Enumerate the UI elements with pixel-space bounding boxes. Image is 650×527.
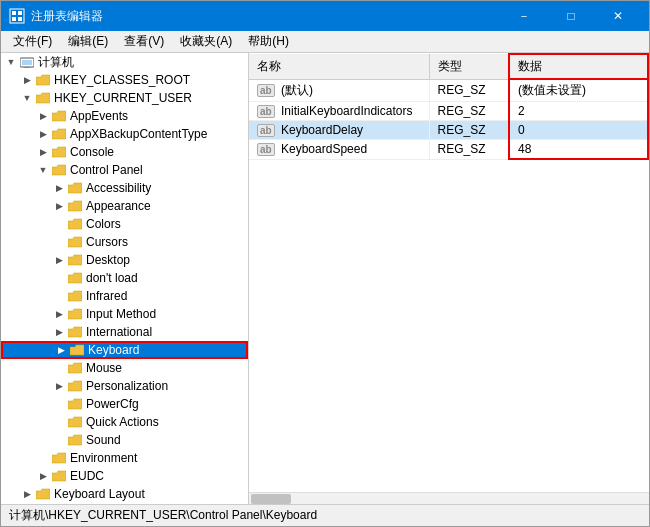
label-cursors: Cursors	[86, 233, 128, 251]
folder-international	[67, 325, 83, 339]
folder-control-panel	[51, 163, 67, 177]
row-data-kspeed: 48	[509, 140, 648, 160]
expand-international[interactable]: ▶	[51, 324, 67, 340]
svg-rect-6	[22, 60, 32, 65]
tree-item-accessibility[interactable]: ▶ Accessibility	[1, 179, 248, 197]
label-keyboard: Keyboard	[88, 341, 139, 359]
expand-desktop[interactable]: ▶	[51, 252, 67, 268]
expand-appearance[interactable]: ▶	[51, 198, 67, 214]
tree-item-keyboard[interactable]: ▶ Keyboard	[1, 341, 248, 359]
no-expand-dont-load	[51, 270, 67, 286]
expand-appevents[interactable]: ▶	[35, 108, 51, 124]
tree-item-control-panel[interactable]: ▼ Control Panel	[1, 161, 248, 179]
menu-item[interactable]: 收藏夹(A)	[172, 31, 240, 52]
main-content: ▼ 计算机 ▶ HKEY_CLASSES_ROOT ▼ H	[1, 53, 649, 504]
tree-item-personalization[interactable]: ▶ Personalization	[1, 377, 248, 395]
reg-ab-icon: ab	[257, 84, 275, 97]
no-expand-powercfg	[51, 396, 67, 412]
expand-appxbackup[interactable]: ▶	[35, 126, 51, 142]
expand-hkey-current-user[interactable]: ▼	[19, 90, 35, 106]
tree-item-hkey-classes-root[interactable]: ▶ HKEY_CLASSES_ROOT	[1, 71, 248, 89]
menu-item[interactable]: 文件(F)	[5, 31, 60, 52]
reg-ab-icon-4: ab	[257, 143, 275, 156]
tree-item-eudc[interactable]: ▶ EUDC	[1, 467, 248, 485]
svg-rect-2	[18, 11, 22, 15]
tree-item-quick-actions[interactable]: Quick Actions	[1, 413, 248, 431]
folder-appxbackup	[51, 127, 67, 141]
tree-pane[interactable]: ▼ 计算机 ▶ HKEY_CLASSES_ROOT ▼ H	[1, 53, 249, 504]
label-eudc: EUDC	[70, 467, 104, 485]
tree-item-dont-load[interactable]: don't load	[1, 269, 248, 287]
status-path: 计算机\HKEY_CURRENT_USER\Control Panel\Keyb…	[9, 507, 317, 524]
table-row[interactable]: ab KeyboardDelay REG_SZ 0	[249, 121, 648, 140]
tree-item-appearance[interactable]: ▶ Appearance	[1, 197, 248, 215]
row-type-kdelay: REG_SZ	[429, 121, 509, 140]
row-data-iki: 2	[509, 102, 648, 121]
tree-item-computer[interactable]: ▼ 计算机	[1, 53, 248, 71]
tree-item-console[interactable]: ▶ Console	[1, 143, 248, 161]
no-expand-cursors	[51, 234, 67, 250]
right-pane: 名称 类型 数据 ab (默认) REG_SZ	[249, 53, 649, 504]
menu-item[interactable]: 查看(V)	[116, 31, 172, 52]
tree-item-hkey-current-user[interactable]: ▼ HKEY_CURRENT_USER	[1, 89, 248, 107]
registry-table: 名称 类型 数据 ab (默认) REG_SZ	[249, 53, 649, 160]
label-powercfg: PowerCfg	[86, 395, 139, 413]
label-mouse: Mouse	[86, 359, 122, 377]
tree-item-sound[interactable]: Sound	[1, 431, 248, 449]
folder-hkey-current-user	[35, 91, 51, 105]
table-row[interactable]: ab InitialKeyboardIndicators REG_SZ 2	[249, 102, 648, 121]
close-button[interactable]: ✕	[595, 1, 641, 31]
scrollbar-thumb[interactable]	[251, 494, 291, 504]
folder-cursors	[67, 235, 83, 249]
tree-item-appxbackupcontenttype[interactable]: ▶ AppXBackupContentType	[1, 125, 248, 143]
registry-table-container[interactable]: 名称 类型 数据 ab (默认) REG_SZ	[249, 53, 649, 492]
no-expand-mouse	[51, 360, 67, 376]
expand-hkey-classes-root[interactable]: ▶	[19, 72, 35, 88]
row-data-kdelay: 0	[509, 121, 648, 140]
tree-item-international[interactable]: ▶ International	[1, 323, 248, 341]
row-name-default: ab (默认)	[249, 79, 429, 102]
folder-eudc	[51, 469, 67, 483]
expand-control-panel[interactable]: ▼	[35, 162, 51, 178]
folder-appevents	[51, 109, 67, 123]
tree-item-input-method[interactable]: ▶ Input Method	[1, 305, 248, 323]
folder-input-method	[67, 307, 83, 321]
tree-item-keyboard-layout[interactable]: ▶ Keyboard Layout	[1, 485, 248, 503]
svg-rect-3	[12, 17, 16, 21]
expand-input-method[interactable]: ▶	[51, 306, 67, 322]
tree-item-infrared[interactable]: Infrared	[1, 287, 248, 305]
menu-item[interactable]: 帮助(H)	[240, 31, 297, 52]
svg-rect-4	[18, 17, 22, 21]
row-type-iki: REG_SZ	[429, 102, 509, 121]
expand-personalization[interactable]: ▶	[51, 378, 67, 394]
tree-item-desktop[interactable]: ▶ Desktop	[1, 251, 248, 269]
tree-item-appevents[interactable]: ▶ AppEvents	[1, 107, 248, 125]
minimize-button[interactable]: －	[501, 1, 547, 31]
expand-accessibility[interactable]: ▶	[51, 180, 67, 196]
label-personalization: Personalization	[86, 377, 168, 395]
svg-rect-7	[24, 67, 30, 68]
maximize-button[interactable]: □	[548, 1, 594, 31]
label-desktop: Desktop	[86, 251, 130, 269]
folder-sound	[67, 433, 83, 447]
table-row[interactable]: ab KeyboardSpeed REG_SZ 48	[249, 140, 648, 160]
expand-keyboard[interactable]: ▶	[53, 342, 69, 358]
table-row[interactable]: ab (默认) REG_SZ (数值未设置)	[249, 79, 648, 102]
menu-item[interactable]: 编辑(E)	[60, 31, 116, 52]
tree-item-powercfg[interactable]: PowerCfg	[1, 395, 248, 413]
folder-colors	[67, 217, 83, 231]
label-infrared: Infrared	[86, 287, 127, 305]
row-type-kspeed: REG_SZ	[429, 140, 509, 160]
expand-computer[interactable]: ▼	[3, 54, 19, 70]
label-quick-actions: Quick Actions	[86, 413, 159, 431]
tree-item-colors[interactable]: Colors	[1, 215, 248, 233]
expand-keyboard-layout[interactable]: ▶	[19, 486, 35, 502]
expand-console[interactable]: ▶	[35, 144, 51, 160]
computer-label: 计算机	[38, 53, 74, 71]
row-data-default: (数值未设置)	[509, 79, 648, 102]
expand-eudc[interactable]: ▶	[35, 468, 51, 484]
tree-item-cursors[interactable]: Cursors	[1, 233, 248, 251]
tree-item-environment[interactable]: Environment	[1, 449, 248, 467]
horizontal-scrollbar[interactable]	[249, 492, 649, 504]
tree-item-mouse[interactable]: Mouse	[1, 359, 248, 377]
